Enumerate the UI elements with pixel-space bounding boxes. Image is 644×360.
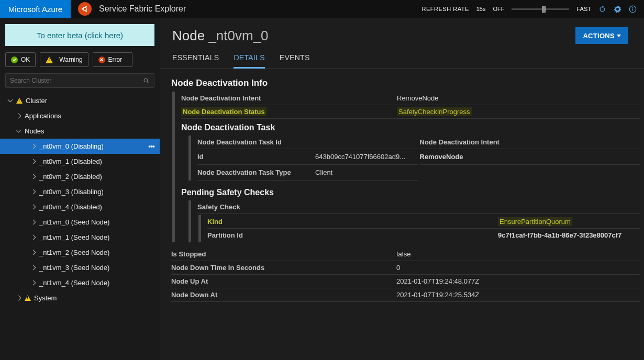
chevron-right-icon <box>31 280 36 285</box>
chevron-right-icon <box>31 250 36 255</box>
page-title: Node _nt0vm_0 <box>172 28 269 44</box>
warning-icon <box>16 98 23 104</box>
tab-essentials[interactable]: ESSENTIALS <box>172 53 219 68</box>
refresh-rate-value: 15s <box>476 6 486 12</box>
chevron-right-icon <box>31 144 36 149</box>
chevron-down-icon <box>17 129 21 133</box>
health-filter-row: OK Warning Error <box>5 52 154 67</box>
row-safety-kind: Kind EnsurePartitionQuorum <box>207 215 640 229</box>
section-safety-checks: Pending Safety Checks <box>181 188 640 197</box>
ubuntu-icon <box>78 2 92 16</box>
row-deact-status: Node Deactivation Status SafetyCheckInPr… <box>181 105 640 119</box>
tree-node-item[interactable]: _nt1vm_3 (Seed Node) <box>5 260 154 275</box>
section-deact-task: Node Deactivation Task <box>181 123 640 132</box>
app-title: Service Fabric Explorer <box>99 4 186 14</box>
actions-button[interactable]: ACTIONS <box>575 27 628 44</box>
chevron-right-icon <box>31 220 36 224</box>
warning-icon <box>46 57 53 63</box>
info-icon[interactable] <box>629 5 637 13</box>
error-icon <box>98 57 105 63</box>
tree-label: _nt0vm_1 (Disabled) <box>39 158 102 165</box>
tree-node-item[interactable]: _nt0vm_0 (Disabling) <box>0 139 160 154</box>
tab-details[interactable]: DETAILS <box>234 53 264 69</box>
tree-node-item[interactable]: _nt1vm_2 (Seed Node) <box>5 245 154 260</box>
tree-label: _nt1vm_3 (Seed Node) <box>39 264 109 272</box>
row-down-time: Node Down Time In Seconds0 <box>171 261 640 275</box>
filter-error-label: Error <box>108 56 123 63</box>
col-task-intent: Node Deactivation Intent <box>420 136 640 149</box>
actions-label: ACTIONS <box>583 32 615 40</box>
filter-ok-label: OK <box>21 56 30 63</box>
tree-cluster[interactable]: Cluster <box>5 93 154 108</box>
svg-rect-5 <box>632 8 633 10</box>
chevron-right-icon <box>31 159 36 164</box>
tree-label: _nt1vm_2 (Seed Node) <box>39 249 109 256</box>
tree-label: _nt0vm_4 (Disabled) <box>39 203 102 211</box>
tree-node-item[interactable]: _nt0vm_2 (Disabled) <box>5 169 154 184</box>
gear-icon[interactable] <box>614 5 621 13</box>
tab-events[interactable]: EVENTS <box>280 53 310 68</box>
chevron-right-icon <box>31 174 36 179</box>
tree-node-item[interactable]: _nt0vm_4 (Disabled) <box>5 199 154 215</box>
search-cluster[interactable] <box>5 73 154 88</box>
tree-node-item[interactable]: _nt1vm_1 (Seed Node) <box>5 230 154 245</box>
chevron-down-icon <box>8 98 13 103</box>
row-up-at: Node Up At2021-01-07T19:24:48.077Z <box>171 275 640 288</box>
chevron-right-icon <box>31 235 36 240</box>
tree-node-item[interactable]: _nt0vm_1 (Disabled) <box>5 154 154 169</box>
row-task-type: Node Deactivation Task TypeClient <box>197 165 418 181</box>
tree-system[interactable]: System <box>5 290 154 306</box>
chevron-right-icon <box>31 205 36 209</box>
filter-ok-button[interactable]: OK <box>5 52 36 67</box>
svg-point-3 <box>83 7 86 10</box>
section-deactivation-info: Node Deactivation Info <box>171 78 640 88</box>
chevron-right-icon <box>31 189 36 194</box>
refresh-slider[interactable] <box>512 8 569 10</box>
tree-node-item[interactable]: _nt1vm_0 (Seed Node) <box>5 215 154 230</box>
chevron-right-icon <box>31 265 36 270</box>
tree-label: _nt0vm_2 (Disabled) <box>39 173 102 181</box>
tree-label: _nt1vm_0 (Seed Node) <box>39 218 109 226</box>
filter-warning-button[interactable]: Warning <box>40 52 88 67</box>
svg-rect-6 <box>632 7 633 7</box>
refresh-fast-label: FAST <box>576 6 591 12</box>
tree-label: _nt1vm_4 (Seed Node) <box>39 279 109 287</box>
tabs: ESSENTIALS DETAILS EVENTS <box>160 44 644 69</box>
chevron-right-icon <box>17 296 21 300</box>
beta-banner[interactable]: To enter beta (click here) <box>5 24 154 46</box>
tree-label: Nodes <box>25 127 45 135</box>
filter-error-button[interactable]: Error <box>93 52 132 67</box>
refresh-off-label: OFF <box>493 6 504 12</box>
warning-icon <box>25 295 31 301</box>
row-task-id: Id643b09cc741077f66602ad9... <box>197 149 418 165</box>
svg-point-7 <box>144 78 148 82</box>
row-safety-partition: Partition Id 9c7f1caf-f7bb-4a1b-86e7-3f2… <box>207 229 640 242</box>
tree-node-item[interactable]: _nt0vm_3 (Disabling) <box>5 184 154 199</box>
row-down-at: Node Down At2021-01-07T19:24:25.534Z <box>171 288 640 302</box>
main-scroll[interactable]: Node _nt0vm_0 ACTIONS ESSENTIALS DETAILS… <box>160 18 644 360</box>
search-icon <box>143 77 150 84</box>
filter-warning-label: Warning <box>59 56 82 63</box>
tree-label: _nt1vm_1 (Seed Node) <box>39 233 109 241</box>
tree-label: _nt0vm_0 (Disabling) <box>39 142 104 150</box>
row-deact-intent: Node Deactivation IntentRemoveNode <box>181 92 640 105</box>
tree-label: System <box>34 294 57 302</box>
sidebar: To enter beta (click here) OK Warning Er… <box>0 18 160 360</box>
row-safety-check: Safety Check <box>197 200 640 214</box>
ok-icon <box>11 57 18 63</box>
main: Node _nt0vm_0 ACTIONS ESSENTIALS DETAILS… <box>160 18 644 360</box>
search-input[interactable] <box>10 77 143 84</box>
refresh-rate-label: REFRESH RATE <box>422 6 469 12</box>
tree-node-item[interactable]: _nt1vm_4 (Seed Node) <box>5 275 154 290</box>
col-task-id: Node Deactivation Task Id <box>197 136 418 149</box>
refresh-icon[interactable] <box>598 5 606 13</box>
top-bar: Microsoft Azure Service Fabric Explorer … <box>0 0 644 18</box>
caret-down-icon <box>617 35 621 37</box>
tree-applications[interactable]: Applications <box>5 108 154 123</box>
chevron-right-icon <box>17 114 21 118</box>
tree-label: Cluster <box>26 97 47 105</box>
cluster-tree: Cluster Applications Nodes _nt0vm_0 (Dis… <box>5 93 154 306</box>
tree-nodes[interactable]: Nodes <box>5 123 154 139</box>
refresh-slider-knob[interactable] <box>542 6 546 13</box>
brand-azure[interactable]: Microsoft Azure <box>0 0 71 18</box>
